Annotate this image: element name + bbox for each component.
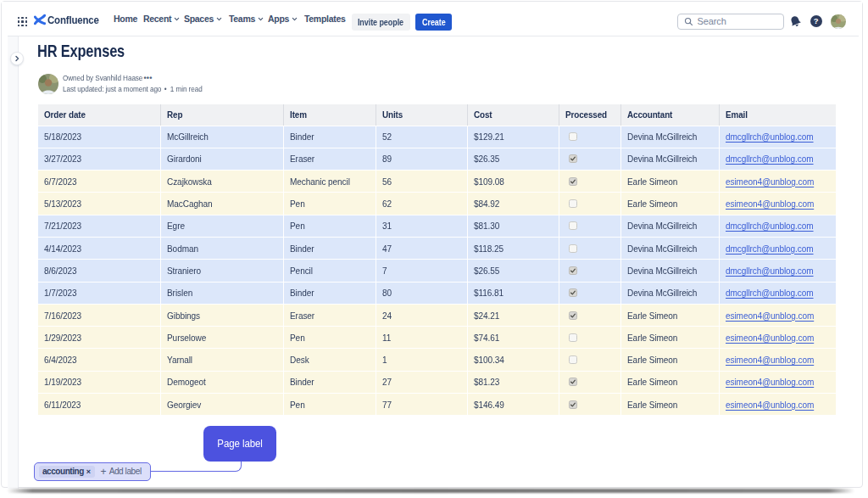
email-link[interactable]: dmcgllrch@unblog.com [726, 154, 826, 164]
checkbox-checked[interactable] [569, 288, 577, 297]
remove-label-icon[interactable]: × [86, 467, 91, 476]
email-link[interactable]: dmcgllrch@unblog.com [726, 131, 826, 142]
sidebar-expand-button[interactable] [10, 52, 25, 66]
nav-home[interactable]: Home [114, 2, 137, 36]
email-link[interactable]: dmcgllrch@unblog.com [726, 288, 826, 298]
owner-avatar[interactable] [38, 74, 58, 94]
checkbox-checked[interactable] [569, 400, 577, 409]
email-link[interactable]: esimeon4@unblog.com [726, 176, 826, 187]
cell-rep: Yarnall [161, 348, 284, 370]
cell-accountant: Devina McGillreich [621, 215, 720, 237]
user-avatar-image [831, 14, 846, 30]
table-row: 3/27/2023GirardoniEraser89$26.35Devina M… [38, 148, 836, 170]
email-link[interactable]: esimeon4@unblog.com [726, 377, 826, 387]
table-row: 4/14/2023BodmanBinder47$118.25Devina McG… [38, 237, 836, 259]
add-label-button[interactable]: + Add label [101, 466, 142, 478]
cell-order-date: 1/19/2023 [38, 371, 161, 393]
question-mark-glyph: ? [814, 16, 819, 25]
byline-owner: Owned by Svanhild Haase [63, 73, 156, 82]
email-link[interactable]: esimeon4@unblog.com [726, 199, 826, 209]
email-link[interactable]: esimeon4@unblog.com [726, 400, 826, 410]
nav-teams[interactable]: Teams [229, 2, 264, 36]
cell-order-date: 6/4/2023 [38, 348, 161, 370]
cell-item: Eraser [284, 148, 376, 170]
nav-recent[interactable]: Recent [143, 2, 180, 36]
nav-templates[interactable]: Templates [304, 2, 345, 36]
chevron-down-icon [258, 16, 264, 22]
email-link[interactable]: dmcgllrch@unblog.com [726, 243, 826, 254]
cell-units: 47 [376, 237, 468, 259]
cell-accountant: Earle Simeon [621, 371, 720, 393]
cell-units: 77 [376, 393, 468, 415]
label-chip-accounting[interactable]: accounting × [39, 466, 95, 478]
nav-apps[interactable]: Apps [268, 2, 298, 36]
byline-separator: • [164, 84, 166, 93]
cell-units: 52 [376, 126, 468, 148]
cell-units: 1 [376, 348, 468, 370]
notifications-bell-icon[interactable] [789, 15, 802, 28]
checkbox-checked[interactable] [569, 311, 577, 320]
checkbox-unchecked[interactable] [569, 244, 577, 253]
app-switcher-icon[interactable] [18, 17, 28, 27]
topnav-divider [8, 36, 859, 36]
checkbox-unchecked[interactable] [569, 132, 577, 141]
email-link[interactable]: esimeon4@unblog.com [726, 311, 826, 321]
column-header-processed: Processed [559, 104, 621, 126]
cell-order-date: 6/11/2023 [38, 393, 161, 415]
checkbox-unchecked[interactable] [569, 333, 577, 342]
plus-icon: + [101, 466, 107, 478]
nav-spaces[interactable]: Spaces [184, 2, 222, 36]
cell-email: dmcgllrch@unblog.com [720, 259, 836, 281]
invite-people-button[interactable]: Invite people [352, 14, 411, 31]
column-header-units: Units [376, 104, 468, 126]
cell-cost: $26.55 [468, 259, 560, 281]
chevron-down-icon [174, 16, 180, 22]
cell-item: Binder [284, 371, 376, 393]
owned-by-text[interactable]: Owned by Svanhild Haase [63, 73, 142, 82]
checkbox-checked[interactable] [569, 154, 577, 163]
checkbox-unchecked[interactable] [569, 199, 577, 208]
email-link[interactable]: dmcgllrch@unblog.com [726, 221, 826, 231]
cell-item: Eraser [284, 304, 376, 326]
create-button[interactable]: Create [415, 14, 452, 31]
cell-email: dmcgllrch@unblog.com [720, 126, 836, 148]
cell-cost: $24.21 [468, 304, 560, 326]
checkbox-checked[interactable] [569, 177, 577, 186]
cell-units: 62 [376, 192, 468, 214]
table-row: 1/29/2023PurselowePen11$74.61Earle Simeo… [38, 326, 836, 348]
checkbox-unchecked[interactable] [569, 221, 577, 230]
email-link[interactable]: dmcgllrch@unblog.com [726, 266, 826, 276]
cell-rep: Girardoni [161, 148, 284, 170]
more-options-icon[interactable]: ••• [144, 73, 153, 82]
cell-order-date: 1/29/2023 [38, 326, 161, 348]
cell-order-date: 7/21/2023 [38, 215, 161, 237]
cell-processed [559, 215, 621, 237]
confluence-logo[interactable]: Confluence [34, 13, 108, 26]
email-link[interactable]: esimeon4@unblog.com [726, 333, 826, 343]
cell-cost: $118.25 [468, 237, 560, 259]
cell-accountant: Devina McGillreich [621, 148, 720, 170]
user-avatar[interactable] [831, 14, 846, 30]
cell-processed [559, 282, 621, 304]
cell-units: 31 [376, 215, 468, 237]
search-input[interactable]: Search [677, 14, 784, 30]
cell-order-date: 3/27/2023 [38, 148, 161, 170]
confluence-logo-icon [34, 14, 46, 25]
chevron-down-icon [216, 16, 222, 22]
checkbox-checked[interactable] [569, 378, 577, 386]
cell-rep: Brislen [161, 282, 284, 304]
help-icon[interactable]: ? [810, 15, 823, 28]
email-link[interactable]: esimeon4@unblog.com [726, 355, 826, 365]
cell-email: esimeon4@unblog.com [720, 192, 836, 214]
cell-rep: Czajkowska [161, 170, 284, 192]
cell-accountant: Devina McGillreich [621, 126, 720, 148]
checkbox-checked[interactable] [569, 266, 577, 275]
cell-processed [559, 259, 621, 281]
column-header-accountant: Accountant [621, 104, 720, 126]
cell-processed [559, 148, 621, 170]
column-header-cost: Cost [468, 104, 560, 126]
page-title-text: HR Expenses [37, 41, 125, 61]
table-row: 8/6/2023StranieroPencil7$26.55Devina McG… [38, 259, 836, 281]
cell-item: Pen [284, 215, 376, 237]
checkbox-unchecked[interactable] [569, 355, 577, 364]
